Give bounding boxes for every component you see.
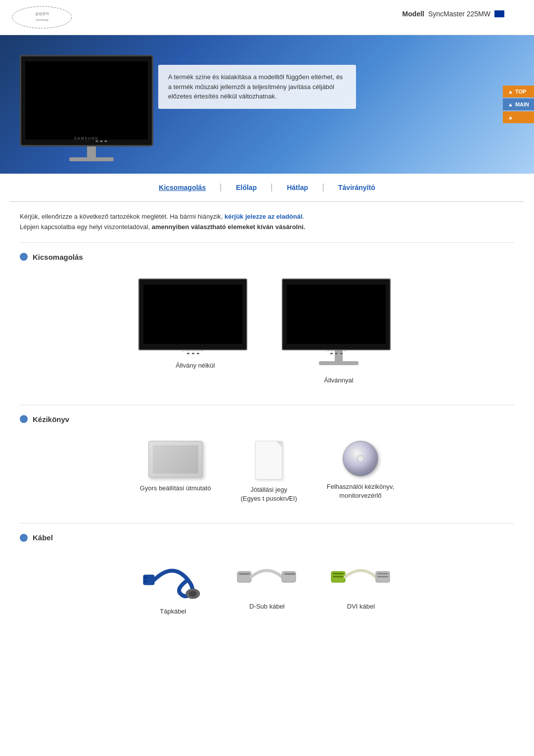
main-icon: ▲ (508, 101, 513, 107)
packaging-title: Kicsomagolás (33, 253, 83, 261)
svg-rect-11 (284, 573, 295, 575)
hero-banner: SAMSUNG A termék színe és kialakítása a … (0, 35, 534, 174)
svg-rect-5 (143, 580, 147, 582)
quick-guide-label: Gyors beállítási útmutató (140, 484, 211, 493)
logo-area: 삼성전자 Samsung (10, 5, 74, 30)
main-label: MAIN (515, 101, 529, 107)
svg-rect-14 (333, 576, 344, 577)
item-with-stand: SAMSUNG Állvánnyal (282, 279, 396, 385)
manual-title: Kézikönyv (33, 415, 69, 424)
svg-text:삼성전자: 삼성전자 (35, 12, 49, 16)
item-quick-guide: Gyors beállítási útmutató (140, 441, 211, 503)
packaging-bullet (20, 253, 28, 261)
model-info: Modell SyncMaster 225MW (402, 10, 504, 18)
power-cable-label: Tápkábel (160, 607, 186, 616)
section-packaging: Kicsomagolás SAMSUNG (20, 253, 514, 390)
item-dvi-cable: DVI kábel (329, 559, 393, 616)
hero-monitor-image: SAMSUNG (20, 55, 163, 174)
warranty-label: Jótállási jegy (Egyes t pusoknÆI) (241, 485, 297, 503)
header: 삼성전자 Samsung Modell SyncMaster 225MW (0, 0, 534, 35)
cable-header: Kábel (20, 533, 514, 544)
tab-hatlap[interactable]: Hátlap (272, 184, 323, 191)
packaging-items: SAMSUNG Állvány nélkül (20, 274, 514, 390)
monitor-with-stand-image: SAMSUNG (282, 279, 396, 370)
intro-link[interactable]: kérjük jelezze az eladónál (224, 213, 303, 220)
cable-bullet (20, 534, 28, 542)
svg-rect-17 (377, 576, 388, 577)
warranty-image (255, 441, 282, 479)
model-value: SyncMaster 225MW (428, 10, 490, 18)
svg-rect-9 (239, 573, 250, 575)
model-label: Modell (402, 10, 424, 18)
section-cable: Kábel Tápk (20, 533, 514, 621)
top-icon: ▲ (508, 89, 513, 94)
manual-header: Kézikönyv (20, 415, 514, 426)
intro-line3: Lépjen kapcsolatba egy helyi viszontelad… (20, 223, 152, 231)
packaging-header: Kicsomagolás (20, 253, 514, 264)
main-button[interactable]: ▲ MAIN (503, 98, 534, 110)
dvi-cable-image (329, 559, 393, 596)
manual-separator (20, 523, 514, 523)
tab-elolap[interactable]: Előlap (221, 184, 272, 191)
side-nav[interactable]: ▲ TOP ▲ MAIN ▲ (503, 86, 534, 123)
cable-items: Tápkábel D-Sub kábel (20, 554, 514, 621)
item-no-stand: SAMSUNG Állvány nélkül (138, 279, 252, 385)
manual-bullet (20, 415, 28, 423)
dsub-cable-label: D-Sub kábel (249, 602, 285, 611)
item-power-cable: Tápkábel (141, 559, 205, 616)
main-content: Kérjük, ellenőrizze a következő tartozék… (0, 202, 534, 646)
item-with-stand-label: Állvánnyal (324, 376, 353, 385)
tab-navigation: Kicsomagolás Előlap Hátlap Távirányító (0, 174, 534, 201)
intro-line1: Kérjük, ellenőrizze a következő tartozék… (20, 213, 224, 220)
item-no-stand-label: Állvány nélkül (176, 361, 215, 370)
cd-image (343, 441, 378, 476)
intro-bold: amennyiben választható elemeket kíván vá… (152, 223, 306, 231)
hero-text-box: A termék színe és kialakítása a modelltő… (158, 65, 356, 109)
intro-separator (20, 242, 514, 243)
svg-point-0 (12, 6, 72, 28)
item-dsub-cable: D-Sub kábel (235, 559, 299, 616)
back-icon: ▲ (508, 114, 513, 120)
power-cable-svg (141, 559, 205, 601)
intro-text: Kérjük, ellenőrizze a következő tartozék… (20, 212, 514, 233)
quick-guide-image (148, 441, 203, 478)
intro-period: . (303, 213, 305, 220)
dsub-cable-svg (235, 559, 299, 596)
hero-text: A termék színe és kialakítása a modelltő… (168, 73, 343, 100)
samsung-logo: 삼성전자 Samsung (10, 5, 74, 30)
cable-title: Kábel (33, 533, 53, 542)
power-cable-image (141, 559, 205, 601)
manual-items: Gyors beállítási útmutató Jótállási jegy… (20, 436, 514, 508)
item-warranty: Jótállási jegy (Egyes t pusoknÆI) (241, 441, 297, 503)
svg-rect-16 (377, 573, 388, 574)
top-button[interactable]: ▲ TOP (503, 86, 534, 97)
svg-text:Samsung: Samsung (36, 18, 48, 21)
item-cd: Felhasználói kézikönyv, monitorvezérlő (327, 441, 394, 503)
dvi-cable-label: DVI kábel (347, 602, 375, 611)
model-flag (494, 10, 504, 17)
section-manual: Kézikönyv Gyors beállítási útmutató (20, 415, 514, 508)
svg-rect-13 (333, 573, 344, 574)
svg-rect-4 (143, 576, 147, 578)
monitor-no-stand-image: SAMSUNG (138, 279, 252, 355)
cd-label: Felhasználói kézikönyv, monitorvezérlő (327, 482, 394, 500)
tab-kicsomagolas[interactable]: Kicsomagolás (144, 184, 221, 191)
back-button[interactable]: ▲ (503, 111, 534, 123)
dsub-cable-image (235, 559, 299, 596)
packaging-separator (20, 405, 514, 405)
tab-taviranyito[interactable]: Távirányító (323, 184, 390, 191)
dvi-cable-svg (329, 559, 393, 596)
svg-point-7 (189, 591, 197, 597)
top-label: TOP (515, 89, 526, 94)
